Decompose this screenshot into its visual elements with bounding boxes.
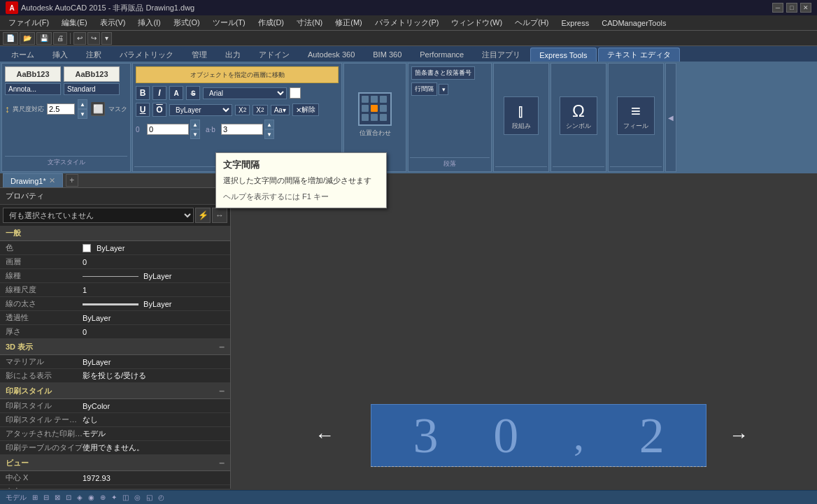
object-selector[interactable]: 何も選択されていません [3, 208, 194, 223]
open-button[interactable]: 📂 [20, 32, 35, 45]
status-ducs[interactable]: ⊕ [100, 494, 106, 501]
move-layer-button[interactable]: オブジェクトを指定の画層に移動 [136, 66, 339, 83]
view-section-header[interactable]: ビュー – [0, 455, 230, 471]
pos-bl[interactable] [362, 114, 369, 121]
rowab-down[interactable]: ▼ [264, 129, 274, 139]
select-objects-button[interactable]: ↔ [212, 208, 227, 223]
pos-bc[interactable] [371, 114, 378, 121]
status-tp[interactable]: ◎ [134, 494, 141, 501]
status-polar[interactable]: ⊡ [66, 494, 71, 501]
field-button[interactable]: ≡ フィール [617, 96, 655, 135]
redo-button[interactable]: ↪ [87, 32, 100, 45]
rowab-up[interactable]: ▲ [264, 120, 274, 129]
positioning-grid-icon[interactable] [358, 92, 392, 126]
menu-window[interactable]: ウィンドウ(W) [446, 16, 508, 29]
menu-file[interactable]: ファイル(F) [3, 16, 55, 29]
pos-ml[interactable] [362, 105, 369, 112]
pos-mc[interactable] [371, 105, 378, 112]
caps-dropdown[interactable]: Aa▾ [271, 105, 290, 115]
status-dyn[interactable]: ✦ [111, 494, 117, 501]
maximize-button[interactable]: □ [786, 3, 797, 13]
pos-tc[interactable] [371, 96, 378, 103]
bold-button[interactable]: B [136, 86, 150, 100]
symbol-button[interactable]: Ω シンボル [560, 96, 597, 135]
status-sc[interactable]: ◴ [158, 494, 164, 501]
tab-home[interactable]: ホーム [3, 48, 43, 62]
scale-input[interactable]: 2.5 [47, 103, 75, 115]
scale-up-btn[interactable]: ▲ [78, 99, 87, 109]
status-snap[interactable]: ⊞ [32, 494, 38, 501]
style-preview-1[interactable]: AaBb123 [5, 66, 61, 82]
pos-tr[interactable] [380, 96, 387, 103]
text-color-swatch[interactable] [290, 87, 301, 99]
save-button[interactable]: 💾 [36, 32, 52, 45]
title-bar-controls[interactable]: ─ □ ✕ [772, 3, 811, 13]
print-button[interactable]: 🖨 [53, 32, 67, 45]
new-button[interactable]: 📄 [3, 32, 18, 45]
menu-cadmanager[interactable]: CADManagerTools [596, 17, 672, 29]
row-0-input[interactable]: 0 [147, 124, 189, 135]
caps-button[interactable]: A [169, 86, 183, 100]
tab-insert[interactable]: 挿入 [44, 48, 76, 62]
style-preview-2[interactable]: AaBb123 [64, 66, 120, 82]
strikethrough-button[interactable]: S̶ [186, 86, 200, 100]
superscript-button[interactable]: X2 [235, 105, 250, 115]
panel-expand-arrow[interactable]: ◀ [665, 63, 676, 172]
close-button[interactable]: ✕ [800, 3, 811, 13]
underline-button[interactable]: U [136, 103, 150, 117]
status-grid[interactable]: ⊟ [43, 494, 49, 501]
remove-button[interactable]: ✕ 解除 [292, 103, 319, 116]
tab-bim360[interactable]: BIM 360 [364, 48, 410, 62]
pos-br[interactable] [380, 114, 387, 121]
style-name-1[interactable]: Annota... [5, 83, 61, 95]
row0-down[interactable]: ▼ [190, 129, 200, 139]
tab-performance[interactable]: Performance [411, 48, 472, 62]
tab-express-tools[interactable]: Express Tools [530, 48, 596, 62]
pos-tl[interactable] [362, 96, 369, 103]
print-section-header[interactable]: 印刷スタイル – [0, 383, 230, 399]
canvas-area[interactable]: 3 0 , 2 ← → [231, 173, 817, 489]
menu-insert[interactable]: 挿入(I) [132, 16, 166, 29]
general-section-header[interactable]: 一般 [0, 226, 230, 241]
paragraph-expand[interactable]: ▾ [439, 84, 448, 95]
mask-label[interactable]: マスク [108, 105, 127, 114]
drawing-tab[interactable]: Drawing1* ✕ [3, 173, 63, 187]
add-drawing-tab-button[interactable]: + [66, 174, 78, 187]
line-spacing-button[interactable]: 行間隔 [411, 82, 437, 96]
menu-modify[interactable]: 修正(M) [329, 16, 368, 29]
menu-dimension[interactable]: 寸法(N) [291, 16, 328, 29]
menu-format[interactable]: 形式(O) [168, 16, 206, 29]
status-ortho[interactable]: ⊠ [55, 494, 60, 501]
tab-parametric[interactable]: パラメトリック [111, 48, 182, 62]
menu-create[interactable]: 作成(D) [253, 16, 290, 29]
tab-autodesk360[interactable]: Autodesk 360 [299, 48, 363, 62]
pos-mr[interactable] [380, 105, 387, 112]
overline-button[interactable]: O [152, 103, 166, 117]
status-qp[interactable]: ◱ [146, 494, 152, 501]
tab-manage[interactable]: 管理 [183, 48, 215, 62]
color-selector[interactable]: ByLayer [169, 104, 232, 116]
status-lw[interactable]: ◫ [122, 494, 129, 501]
menu-help[interactable]: ヘルプ(H) [509, 16, 554, 29]
style-name-2[interactable]: Standard [64, 83, 120, 95]
tab-annotation[interactable]: 注釈 [78, 48, 110, 62]
menu-view[interactable]: 表示(V) [94, 16, 132, 29]
workspace-dropdown[interactable]: ▾ [101, 32, 112, 45]
status-model[interactable]: モデル [6, 493, 27, 503]
3d-section-collapse[interactable]: – [219, 341, 225, 352]
bullet-list-button[interactable]: 箇条書きと段落番号 [411, 66, 475, 80]
quick-select-button[interactable]: ⚡ [195, 208, 211, 223]
status-osnap[interactable]: ◈ [77, 494, 83, 501]
status-otrack[interactable]: ◉ [88, 494, 94, 501]
print-section-collapse[interactable]: – [219, 385, 225, 396]
scale-down-btn[interactable]: ▼ [78, 109, 87, 119]
minimize-button[interactable]: ─ [772, 3, 783, 13]
undo-button[interactable]: ↩ [73, 32, 86, 45]
drawing-tab-close-icon[interactable]: ✕ [49, 176, 55, 185]
tab-output[interactable]: 出力 [217, 48, 249, 62]
columns-button[interactable]: ⫿ 段組み [504, 96, 539, 135]
font-selector[interactable]: Arial [203, 87, 287, 99]
view-section-collapse[interactable]: – [219, 457, 225, 468]
tab-addin[interactable]: アドイン [250, 48, 298, 62]
tab-featured[interactable]: 注目アプリ [474, 48, 529, 62]
